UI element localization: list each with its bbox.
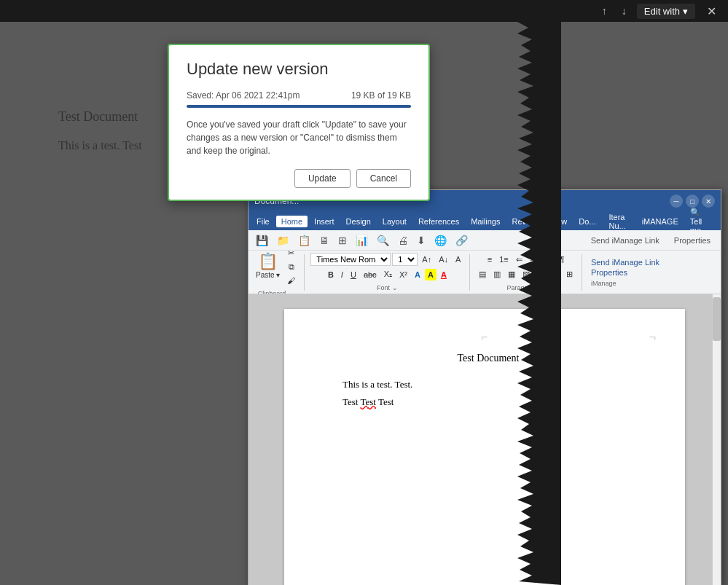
dialog-progress-fill xyxy=(187,105,411,108)
download-icon[interactable]: ↓ xyxy=(617,4,631,18)
chevron-down-icon: ▾ xyxy=(683,6,688,17)
edit-with-button[interactable]: Edit with ▾ xyxy=(637,4,695,19)
dialog-save-info: Saved: Apr 06 2021 22:41pm 19 KB of 19 K… xyxy=(187,90,411,101)
dialog-save-label: Saved: Apr 06 2021 22:41pm xyxy=(187,90,300,101)
top-bar: ↑ ↓ Edit with ▾ ✕ xyxy=(0,0,728,22)
dialog-title: Update new version xyxy=(187,60,411,79)
dialog-message: Once you've saved your draft click "Upda… xyxy=(187,118,411,157)
cancel-button[interactable]: Cancel xyxy=(356,169,411,188)
update-dialog: Update new version Saved: Apr 06 2021 22… xyxy=(168,44,430,201)
dialog-buttons: Update Cancel xyxy=(187,169,411,188)
update-button[interactable]: Update xyxy=(294,169,351,188)
edit-with-label: Edit with xyxy=(644,6,680,17)
dialog-size-label: 19 KB of 19 KB xyxy=(351,90,411,101)
upload-icon[interactable]: ↑ xyxy=(598,4,611,18)
dialog-overlay: Update new version Saved: Apr 06 2021 22… xyxy=(0,22,728,585)
close-icon[interactable]: ✕ xyxy=(701,3,722,20)
dialog-progress-bar xyxy=(187,105,411,108)
